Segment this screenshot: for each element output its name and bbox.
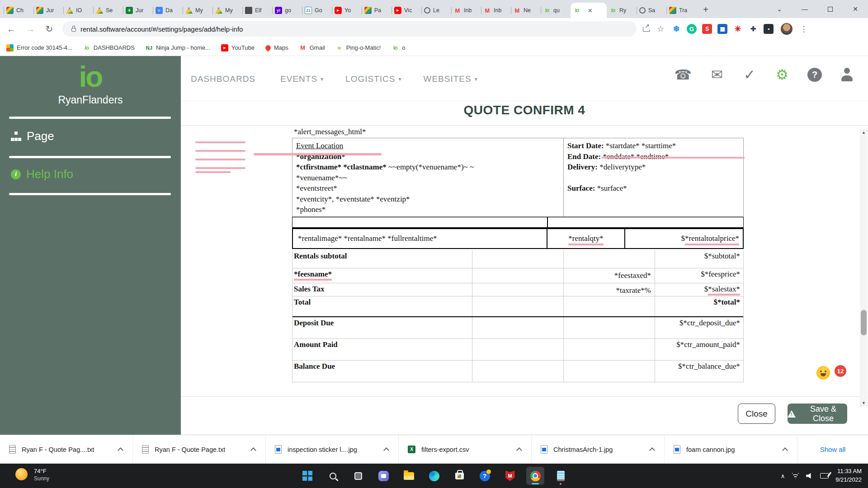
address-bar[interactable]: rental.software/account/#/settings/pages… [62, 21, 637, 37]
weather-widget[interactable]: 74°F Sunny [15, 467, 49, 482]
save-and-close-button[interactable]: Save & Close [788, 404, 847, 424]
maximize-button[interactable] [817, 0, 843, 18]
notification-badge[interactable]: 12 [835, 365, 846, 377]
taskbar-app-button[interactable]: ? [476, 467, 494, 485]
starburst-extension-icon[interactable]: ✳ [733, 24, 743, 34]
browser-tab[interactable]: M Inb ✕ [451, 3, 481, 18]
browser-tab[interactable]: M Ne ✕ [511, 3, 541, 18]
browser-tab[interactable]: Sa ✕ [637, 3, 666, 18]
taskbar-app-button[interactable] [349, 467, 367, 485]
show-all-downloads-button[interactable]: Show all [797, 435, 868, 464]
chevron-up-icon[interactable] [782, 447, 788, 453]
browser-tab[interactable]: ▶ Yo ✕ [332, 3, 362, 18]
wifi-icon[interactable] [792, 473, 799, 479]
scroll-down-icon[interactable]: ▼ [860, 399, 868, 407]
bookmark-item[interactable]: io DASHBOARDS [83, 44, 135, 52]
bookmark-item[interactable]: Maps [265, 44, 288, 51]
bookmark-item[interactable]: io o [392, 44, 405, 52]
download-item[interactable]: Ryan F - Quote Pag....txt [0, 435, 133, 464]
browser-tab[interactable]: 21 Go ✕ [302, 3, 332, 18]
taskbar-app-button[interactable] [298, 467, 316, 485]
nav-menu-item[interactable]: DASHBOARDS [191, 74, 259, 84]
user-icon[interactable] [840, 67, 854, 82]
taskbar-app-button[interactable] [425, 467, 443, 485]
download-item[interactable]: X filters-export.csv [399, 435, 532, 464]
browser-tab[interactable]: Le ✕ [421, 3, 451, 18]
browser-tab[interactable]: + Jur ✕ [123, 3, 153, 18]
browser-tab[interactable]: M Inb ✕ [481, 3, 511, 18]
browser-tab[interactable]: My ✕ [183, 3, 212, 18]
blue-extension-icon[interactable]: ▦ [717, 24, 727, 34]
hugging-face-emoji[interactable] [816, 366, 830, 380]
volume-icon[interactable] [806, 473, 813, 479]
pin-extension-icon[interactable]: ✚ [748, 24, 758, 34]
sidebar-item-help-info[interactable]: i Help Info [11, 167, 73, 181]
browser-tab[interactable]: ▶ Vic ✕ [392, 3, 421, 18]
forward-icon[interactable]: → [23, 21, 38, 37]
taskbar-app-button[interactable] [324, 467, 342, 485]
share-icon[interactable] [643, 27, 650, 32]
minimize-button[interactable]: — [792, 0, 817, 18]
nav-menu-item[interactable]: WEBSITES ▾ [423, 74, 477, 84]
close-tab-icon[interactable]: ✕ [588, 8, 593, 14]
snowflake-extension-icon[interactable]: ❄ [671, 24, 681, 34]
taskbar-app-button[interactable] [526, 467, 544, 485]
bookmark-star-icon[interactable]: ☆ [657, 25, 664, 33]
taskbar-app-button[interactable] [400, 467, 418, 485]
nav-menu-item[interactable]: LOGISTICS ▾ [345, 74, 401, 84]
browser-tab[interactable]: y! go ✕ [272, 3, 302, 18]
grammarly-extension-icon[interactable]: G [687, 24, 697, 34]
browser-tab[interactable]: Pa ✕ [362, 3, 392, 18]
chevron-up-icon[interactable] [649, 447, 655, 453]
browser-tab[interactable]: io qu ✕ [541, 3, 571, 18]
chevron-up-icon[interactable] [118, 447, 123, 453]
taskbar-app-button[interactable] [552, 467, 570, 485]
seo-extension-icon[interactable]: S [702, 24, 712, 34]
chevron-up-icon[interactable] [383, 447, 389, 453]
dark-extension-icon[interactable]: ▪ [764, 24, 774, 34]
reload-icon[interactable]: ↻ [42, 21, 57, 37]
check-icon[interactable]: ✓ [742, 67, 757, 82]
download-item[interactable]: ChristmasArch-1.jpg [532, 435, 665, 464]
phone-icon[interactable]: ☎ [674, 67, 692, 82]
bookmark-item[interactable]: M Gmail [299, 44, 325, 52]
vertical-scrollbar[interactable]: ▲ ▼ [860, 129, 868, 407]
lock-icon[interactable] [71, 28, 76, 32]
bookmark-item[interactable]: NJ Ninja Jump - home... [146, 44, 210, 52]
browser-tab[interactable]: io ✕ [571, 3, 607, 18]
pen-input-icon[interactable] [820, 473, 829, 479]
new-tab-button[interactable]: + [699, 3, 712, 16]
download-item[interactable]: Ryan F - Quote Page.txt [133, 435, 266, 464]
back-icon[interactable]: ← [4, 21, 19, 37]
clock-widget[interactable]: 11:33 AM 9/21/2022 [835, 467, 862, 484]
browser-tab[interactable]: IO ✕ [63, 3, 93, 18]
browser-tab[interactable]: My ✕ [212, 3, 242, 18]
taskbar-app-button[interactable] [374, 467, 392, 485]
scrollbar-thumb[interactable] [861, 310, 867, 335]
gear-icon[interactable]: ⚙ [775, 67, 789, 82]
browser-tab[interactable]: Se ✕ [93, 3, 123, 18]
browser-tab[interactable]: Ch ✕ [4, 3, 33, 18]
download-item[interactable]: inspection sticker l....jpg [266, 435, 399, 464]
hidden-icons-chevron-icon[interactable]: ∧ [781, 473, 785, 479]
browser-tab[interactable]: ≡ Da ✕ [153, 3, 183, 18]
nav-menu-item[interactable]: EVENTS ▾ [280, 74, 324, 84]
event-location-link[interactable]: Event Location [296, 141, 343, 150]
envelope-icon[interactable]: ✉ [710, 67, 724, 82]
sidebar-item-page[interactable]: Page [11, 129, 54, 143]
browser-tab[interactable]: Elf ✕ [242, 3, 272, 18]
help-icon[interactable]: ? [807, 68, 822, 82]
chevron-up-icon[interactable] [250, 447, 256, 453]
bookmark-item[interactable]: ≈ Ping-o-Matic! [336, 44, 381, 52]
close-window-button[interactable]: ✕ [843, 0, 868, 18]
taskbar-app-button[interactable] [450, 467, 468, 485]
close-button[interactable]: Close [738, 404, 775, 424]
io-logo[interactable]: io [0, 62, 181, 91]
taskbar-app-button[interactable]: M [501, 467, 519, 485]
browser-tab[interactable]: io Ry ✕ [607, 3, 637, 18]
browser-tab[interactable]: Tra ✕ [666, 3, 696, 18]
tab-search-chevron-icon[interactable]: ⌄ [767, 0, 792, 18]
bookmark-item[interactable]: ▶ YouTube [221, 44, 255, 52]
browser-menu-icon[interactable]: ⋮ [800, 24, 807, 34]
scroll-up-icon[interactable]: ▲ [860, 129, 868, 136]
